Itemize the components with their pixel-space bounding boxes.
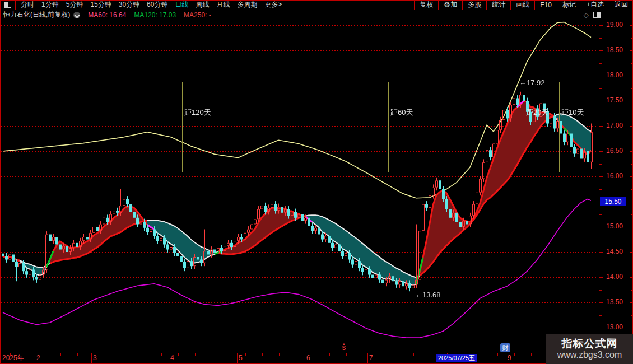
tool-item-返回[interactable]: 返回 bbox=[609, 0, 633, 10]
tool-item-+自选[interactable]: +自选 bbox=[581, 0, 609, 10]
month-label: 7 bbox=[369, 354, 373, 362]
period-item-月线[interactable]: 月线 bbox=[216, 0, 230, 10]
watermark-title: 指标公式网 bbox=[562, 338, 618, 350]
price-tick-label: 14.00 bbox=[606, 273, 623, 281]
ma-value: MA60: 16.64 bbox=[88, 11, 126, 19]
period-item-60分钟[interactable]: 60分钟 bbox=[147, 0, 167, 10]
app-window: 分时1分钟5分钟15分钟30分钟60分钟日线周线月线多周期更多> 复权叠加多股统… bbox=[0, 0, 633, 364]
period-item-多周期[interactable]: 多周期 bbox=[237, 0, 257, 10]
month-label: 4 bbox=[170, 354, 174, 362]
period-item-周线[interactable]: 周线 bbox=[196, 0, 209, 10]
diamond-icon[interactable]: ◇ bbox=[584, 11, 589, 19]
ma-value: MA250: - bbox=[184, 11, 211, 19]
tool-item-多股[interactable]: 多股 bbox=[462, 0, 486, 10]
period-item-5分钟[interactable]: 5分钟 bbox=[66, 0, 83, 10]
period-menu: 分时1分钟5分钟15分钟30分钟60分钟日线周线月线多周期更多> bbox=[16, 0, 282, 10]
price-highlight-badge: 15.50 bbox=[600, 197, 626, 206]
price-tick-label: 18.50 bbox=[606, 46, 623, 54]
price-tick-label: 13.50 bbox=[606, 298, 623, 306]
period-item-15分钟[interactable]: 15分钟 bbox=[90, 0, 111, 10]
tool-item-复权[interactable]: 复权 bbox=[414, 0, 438, 10]
stock-title: 恒力石化(日线,前复权) bbox=[0, 10, 70, 20]
price-axis: 15.50 19.0018.5018.0017.5017.0016.5016.0… bbox=[599, 20, 633, 353]
price-tick-label: 16.00 bbox=[606, 172, 623, 180]
price-tick-label: 18.00 bbox=[606, 71, 623, 79]
title-bar: 恒力石化(日线,前复权) MA60: 16.64MA120: 17.03MA25… bbox=[0, 10, 633, 20]
window-split-button[interactable] bbox=[0, 0, 16, 10]
period-item-30分钟[interactable]: 30分钟 bbox=[119, 0, 139, 10]
month-label: 2025年 bbox=[2, 354, 24, 362]
price-tick-label: 17.50 bbox=[606, 96, 623, 104]
watermark: 指标公式网 www.zbgs3.com bbox=[546, 334, 633, 364]
tools-menu: 复权叠加多股统计画线F10标记+自选返回 bbox=[414, 0, 633, 10]
price-tick-label: 14.50 bbox=[606, 248, 623, 255]
split-panel-icon bbox=[4, 2, 11, 8]
tool-item-统计[interactable]: 统计 bbox=[486, 0, 510, 10]
period-item-分时[interactable]: 分时 bbox=[21, 0, 34, 10]
tool-item-画线[interactable]: 画线 bbox=[510, 0, 534, 10]
month-label: 3 bbox=[93, 354, 97, 362]
price-tick-label: 13.00 bbox=[606, 323, 623, 331]
period-item-1分钟[interactable]: 1分钟 bbox=[41, 0, 59, 10]
month-label: 5 bbox=[239, 354, 243, 362]
time-axis: 2025/07/25五 2025年2345679 bbox=[0, 353, 633, 363]
panel-toggle-icon[interactable] bbox=[593, 12, 601, 18]
tool-item-F10[interactable]: F10 bbox=[534, 0, 557, 10]
watermark-url: www.zbgs3.com bbox=[557, 350, 622, 360]
price-tick-label: 19.00 bbox=[606, 21, 623, 29]
month-label: 6 bbox=[306, 354, 310, 362]
date-highlight-badge: 2025/07/25五 bbox=[436, 354, 477, 362]
ex-rights-marker: ▲S bbox=[340, 342, 348, 351]
month-label: 9 bbox=[508, 354, 511, 362]
price-tick-label: 17.00 bbox=[606, 122, 623, 129]
price-tick-label: 16.50 bbox=[606, 147, 623, 155]
period-toolbar: 分时1分钟5分钟15分钟30分钟60分钟日线周线月线多周期更多> 复权叠加多股统… bbox=[0, 0, 633, 10]
period-item-日线[interactable]: 日线 bbox=[175, 0, 188, 10]
ma-values: MA60: 16.64MA120: 17.03MA250: - bbox=[80, 11, 211, 19]
period-item-更多>[interactable]: 更多> bbox=[264, 0, 282, 10]
financial-report-badge[interactable]: 财 bbox=[500, 343, 510, 352]
chevron-down-icon[interactable] bbox=[73, 12, 80, 18]
tool-item-标记[interactable]: 标记 bbox=[557, 0, 581, 10]
month-label: 2 bbox=[36, 354, 40, 362]
main-chart-canvas[interactable] bbox=[0, 20, 599, 353]
ma-value: MA120: 17.03 bbox=[134, 11, 176, 19]
tool-item-叠加[interactable]: 叠加 bbox=[438, 0, 462, 10]
price-tick-label: 15.00 bbox=[606, 222, 623, 230]
